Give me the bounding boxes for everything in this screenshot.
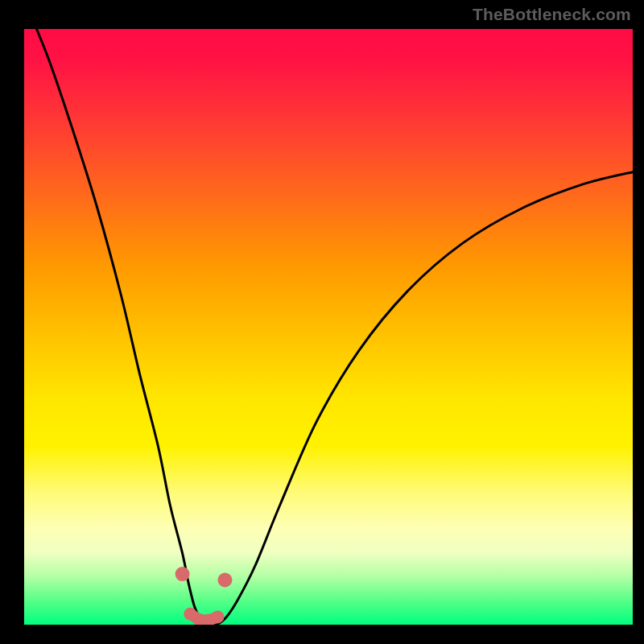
dot-bot-d <box>211 610 224 623</box>
watermark-text: TheBottleneck.com <box>473 5 631 24</box>
curve-layer <box>24 29 633 625</box>
dot-right <box>217 573 232 588</box>
plot-area <box>24 29 633 625</box>
chart-frame: TheBottleneck.com <box>0 0 644 644</box>
dot-left <box>175 567 190 581</box>
bottleneck-curve <box>24 29 633 625</box>
